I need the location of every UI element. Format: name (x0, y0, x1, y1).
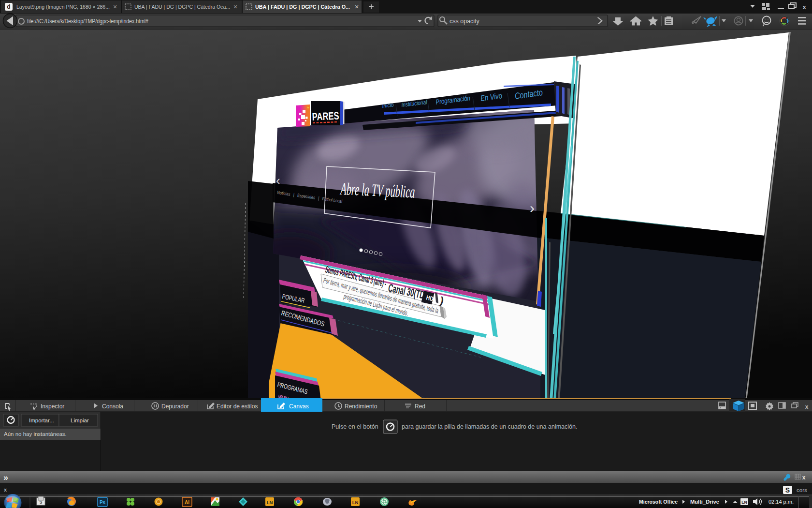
svg-text:Limpiar: Limpiar (71, 418, 89, 423)
svg-text:Multi_Drive: Multi_Drive (690, 499, 719, 505)
svg-text:LN: LN (741, 500, 747, 505)
svg-text:Canvas: Canvas (289, 403, 309, 410)
svg-text:Layout9.png (Imagen PNG, 1680: Layout9.png (Imagen PNG, 1680 × 286... (16, 4, 110, 10)
svg-text:Pulse en el botón: Pulse en el botón (332, 423, 378, 430)
svg-text:para guardar la pilla de llama: para guardar la pilla de llamadas de un … (402, 423, 577, 430)
svg-text:PARES: PARES (312, 110, 339, 123)
svg-text:Rendimiento: Rendimiento (345, 403, 377, 410)
svg-text:x: x (802, 3, 806, 11)
svg-text:»: » (3, 473, 8, 482)
svg-text:LN: LN (352, 500, 359, 505)
svg-text:d: d (7, 3, 10, 10)
svg-text:Ai: Ai (185, 500, 189, 505)
svg-text:S: S (39, 500, 42, 505)
svg-text:✕: ✕ (113, 4, 117, 10)
svg-text:Editor de estilos: Editor de estilos (217, 403, 258, 410)
svg-text:x: x (805, 403, 809, 410)
svg-text:02:14 p.m.: 02:14 p.m. (768, 499, 794, 505)
svg-text:Red: Red (415, 403, 425, 410)
svg-text:›: › (530, 200, 535, 216)
svg-text:css opacity: css opacity (450, 18, 480, 25)
svg-text:cors: cors (797, 487, 807, 493)
svg-text:Microsoft Office: Microsoft Office (639, 499, 678, 505)
svg-text:Aún no hay instantáneas.: Aún no hay instantáneas. (4, 431, 67, 437)
svg-text:file:///C:/Users/k/Desktop/TMP: file:///C:/Users/k/Desktop/TMP/dgpc-temp… (27, 18, 148, 25)
svg-text:Abre la TV pública: Abre la TV pública (340, 179, 416, 202)
svg-text:UBA | FADU | DG | DGPC | Cáted: UBA | FADU | DG | DGPC | Cátedra Oca... (134, 4, 230, 10)
svg-text:Inicio: Inicio (382, 102, 394, 108)
svg-text:UBA | FADU | DG | DGPC | Cáted: UBA | FADU | DG | DGPC | Cátedra O... (255, 4, 350, 10)
svg-text:LN: LN (267, 500, 273, 505)
svg-text:x: x (802, 474, 806, 481)
svg-text:Consola: Consola (102, 403, 123, 410)
svg-text:Importar...: Importar... (29, 418, 54, 423)
svg-text:‹: ‹ (276, 173, 280, 188)
svg-text:Depurador: Depurador (161, 403, 189, 410)
svg-text:x: x (4, 487, 7, 493)
svg-text:✕: ✕ (233, 4, 237, 10)
svg-text:Inspector: Inspector (41, 403, 64, 410)
svg-text:✕: ✕ (354, 4, 359, 10)
svg-text:S: S (785, 486, 790, 494)
svg-text:Ps: Ps (100, 500, 106, 505)
